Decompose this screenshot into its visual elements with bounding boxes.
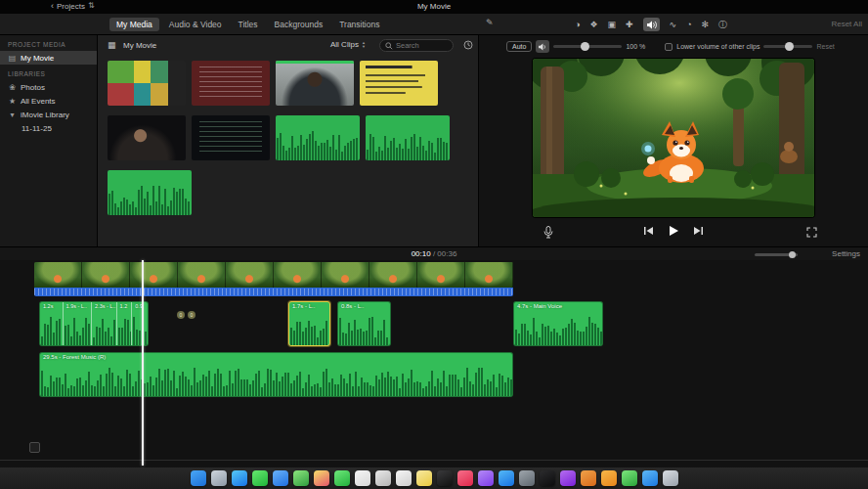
auto-volume-button[interactable]: Auto	[506, 41, 532, 52]
audio-clip-segment[interactable]: 1.9s - L..	[64, 302, 92, 345]
volume-slider-knob[interactable]	[581, 42, 589, 51]
play-icon[interactable]	[668, 225, 679, 237]
dock-app-settings[interactable]	[519, 470, 535, 486]
audio-clip-forest-music[interactable]: 29.5s - Forest Music (R)	[39, 352, 513, 397]
timeline-zoom-slider[interactable]	[755, 253, 798, 256]
dock-app-notes[interactable]	[416, 470, 432, 486]
filmstrip-audio-track[interactable]	[34, 288, 513, 296]
dock-app-finder[interactable]	[191, 470, 206, 486]
media-thumbnail-terminal[interactable]	[192, 115, 270, 160]
color-balance-icon[interactable]: ◑	[575, 20, 580, 29]
lower-volume-slider[interactable]	[763, 45, 812, 48]
media-thumbnail-collage[interactable]	[108, 61, 186, 106]
info-icon[interactable]: ⓘ	[718, 19, 727, 31]
tab-backgrounds[interactable]: Backgrounds	[268, 18, 330, 31]
media-thumbnail-dark-room[interactable]	[108, 115, 186, 160]
noise-reduction-icon[interactable]: ∿	[670, 20, 677, 29]
grid-view-icon[interactable]: ▦	[108, 40, 116, 50]
tab-titles[interactable]: Titles	[232, 18, 265, 31]
next-frame-icon[interactable]	[693, 226, 704, 236]
media-thumbnail-audio-2[interactable]	[366, 115, 450, 160]
dock-app-pages[interactable]	[601, 470, 617, 486]
sidebar-item-photos[interactable]: ❀ Photos	[0, 80, 97, 94]
audio-clip-selected[interactable]: 1.7s - L..	[288, 301, 330, 346]
dock-app-tv[interactable]	[437, 470, 453, 486]
dock-app-keynote[interactable]	[642, 470, 658, 486]
filmstrip-frame	[465, 262, 513, 288]
timeline-corner-icon[interactable]	[29, 442, 40, 453]
clip-badge: 0	[188, 311, 195, 319]
playhead[interactable]	[142, 260, 144, 466]
timeline-zoom-knob[interactable]	[789, 251, 796, 258]
crop-icon[interactable]: ▣	[608, 20, 617, 29]
sidebar-item-all-events[interactable]: ★ All Events	[0, 94, 97, 108]
reset-all-button[interactable]: Reset All	[831, 20, 862, 28]
timeline-settings-button[interactable]: Settings	[832, 249, 860, 258]
dock-app-garageband[interactable]	[581, 470, 596, 486]
pencil-tool-icon[interactable]: ✎	[486, 18, 494, 27]
dock-app-facetime[interactable]	[334, 470, 350, 486]
dock-app-safari[interactable]	[232, 470, 247, 486]
dock-app-launchpad[interactable]	[211, 470, 227, 486]
film-icon: ▤	[8, 54, 17, 63]
lower-volume-slider-knob[interactable]	[785, 42, 794, 51]
search-input[interactable]	[396, 41, 448, 50]
dock	[0, 467, 868, 489]
dock-app-podcasts[interactable]	[478, 470, 494, 486]
volume-reset-button[interactable]: Reset	[816, 43, 834, 50]
search-field[interactable]	[379, 39, 454, 52]
sidebar: PROJECT MEDIA ▤ My Movie LIBRARIES ❀ Pho…	[0, 35, 98, 246]
mute-speaker-icon[interactable]	[536, 40, 549, 53]
dock-app-music[interactable]	[457, 470, 473, 486]
timeline-filmstrip[interactable]	[34, 262, 513, 288]
volume-slider[interactable]	[553, 45, 622, 48]
sidebar-item-event-11-11-25[interactable]: 11-11-25	[0, 121, 97, 135]
dock-app-app-store[interactable]	[499, 470, 514, 486]
waveform	[366, 129, 450, 160]
dock-app-calendar[interactable]	[355, 470, 370, 486]
volume-tool-icon[interactable]	[643, 18, 660, 31]
dock-app-numbers[interactable]	[622, 470, 637, 486]
audio-clip-group[interactable]: 1.2s 1.9s - L.. 2.3s - L.. 1.2 0.9	[39, 301, 149, 346]
filmstrip-frame	[226, 262, 274, 288]
media-thumbnail-audio-1[interactable]	[276, 115, 360, 160]
disclosure-icon[interactable]: ▾	[8, 111, 17, 119]
clip-filter-icon[interactable]: ✻	[702, 20, 710, 29]
media-thumbnail-video-call[interactable]	[276, 61, 354, 106]
media-thumbnail-slide[interactable]	[360, 61, 438, 106]
dock-app-reminders[interactable]	[396, 470, 412, 486]
speed-icon[interactable]: ◔	[686, 20, 691, 29]
chevron-up-down-icon: ▲▼	[362, 41, 366, 49]
sidebar-item-label: Photos	[21, 83, 45, 92]
media-thumbnail-document[interactable]	[192, 61, 270, 106]
audio-clip[interactable]: 0.8s - L..	[337, 301, 391, 346]
dock-app-maps[interactable]	[293, 470, 309, 486]
waveform	[108, 184, 192, 215]
dock-app-terminal[interactable]	[540, 470, 555, 486]
fullscreen-icon[interactable]	[806, 227, 817, 238]
media-thumbnail-audio-3[interactable]	[108, 170, 192, 215]
audio-clip-segment[interactable]: 1.2	[117, 302, 133, 345]
audio-clip-main-voice[interactable]: 4.7s - Main Voice	[513, 301, 603, 346]
lower-volume-checkbox[interactable]	[665, 43, 673, 51]
color-correction-icon[interactable]: ❖	[589, 20, 597, 29]
dock-app-messages[interactable]	[252, 470, 268, 486]
tab-my-media[interactable]: My Media	[109, 18, 159, 31]
stabilization-icon[interactable]: ✚	[626, 20, 633, 29]
audio-clip-segment[interactable]: 1.2s	[40, 302, 64, 345]
audio-clip-segment[interactable]: 0.9	[132, 302, 148, 345]
previous-frame-icon[interactable]	[643, 226, 654, 236]
sidebar-item-my-movie[interactable]: ▤ My Movie	[0, 51, 97, 65]
dock-app-trash[interactable]	[663, 470, 678, 486]
timeline-scrollbar[interactable]	[0, 460, 868, 461]
clock-icon[interactable]	[463, 40, 473, 50]
dock-app-imovie[interactable]	[560, 470, 576, 486]
dock-app-contacts[interactable]	[375, 470, 391, 486]
dock-app-photos[interactable]	[314, 470, 329, 486]
sidebar-item-imovie-library[interactable]: ▾ iMovie Library	[0, 108, 97, 121]
tab-audio-video[interactable]: Audio & Video	[162, 18, 229, 31]
dock-app-mail[interactable]	[273, 470, 288, 486]
audio-clip-segment[interactable]: 2.3s - L..	[92, 302, 117, 345]
clips-filter-dropdown[interactable]: All Clips ▲▼	[330, 40, 366, 49]
tab-transitions[interactable]: Transitions	[332, 18, 386, 31]
